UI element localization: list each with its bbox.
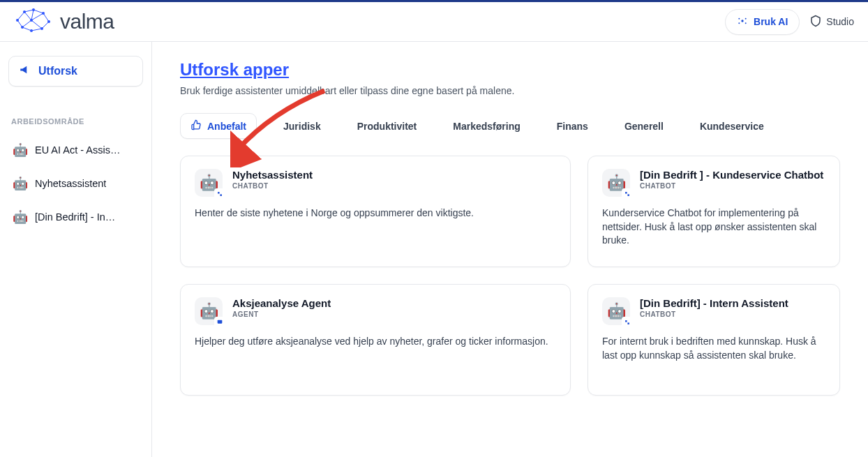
svg-rect-17 <box>627 194 629 196</box>
svg-rect-20 <box>627 322 629 324</box>
svg-point-4 <box>47 20 50 23</box>
share-badge-icon <box>622 317 633 328</box>
svg-point-7 <box>21 26 24 29</box>
app-card-tag: CHATBOT <box>640 310 788 318</box>
workspace-item-label: Nyhetsassistent <box>35 178 106 189</box>
robot-icon: 🤖 <box>602 169 630 197</box>
svg-point-11 <box>745 17 747 19</box>
category-tabs: Anbefalt Juridisk Produktivitet Markedsf… <box>180 113 840 139</box>
workspace-item-label: [Din Bedrift] - In… <box>35 211 115 223</box>
app-card[interactable]: 🤖 Aksjeanalyse Agent AGENT Hjelper deg u… <box>180 284 571 396</box>
workspace-item-label: EU AI Act - Assis… <box>35 144 120 156</box>
explore-label: Utforsk <box>38 65 77 77</box>
svg-rect-15 <box>220 194 222 196</box>
tab-kundeservice[interactable]: Kundeservice <box>690 115 774 137</box>
robot-icon: 🤖 <box>13 211 28 223</box>
svg-rect-18 <box>218 320 223 324</box>
svg-point-8 <box>30 19 33 22</box>
app-card-tag: CHATBOT <box>232 182 313 190</box>
share-badge-icon <box>622 188 633 200</box>
sparkle-icon <box>737 15 748 29</box>
svg-point-5 <box>40 27 43 30</box>
svg-rect-19 <box>625 320 627 322</box>
app-card-tag: AGENT <box>232 310 331 318</box>
logo[interactable]: valma <box>14 6 114 37</box>
svg-point-13 <box>745 22 747 24</box>
tab-finans[interactable]: Finans <box>547 115 598 137</box>
robot-icon: 🤖 <box>13 144 28 156</box>
tab-label: Markedsføring <box>453 121 520 132</box>
main-content: Utforsk apper Bruk ferdige assistenter u… <box>152 42 868 457</box>
tab-anbefalt[interactable]: Anbefalt <box>180 113 257 139</box>
page-subtitle: Bruk ferdige assistenter umiddelbart ell… <box>180 85 840 96</box>
svg-point-2 <box>32 8 35 11</box>
svg-point-9 <box>741 20 743 22</box>
thumbs-up-icon <box>190 119 202 133</box>
app-card-title: [Din Bedrift] - Intern Assistent <box>640 297 788 309</box>
brand-name: valma <box>60 10 114 33</box>
app-card[interactable]: 🤖 [Din Bedrift] - Intern Assistent CHATB… <box>588 284 840 396</box>
robot-icon: 🤖 <box>195 297 223 325</box>
megaphone-icon <box>19 63 31 79</box>
tab-label: Kundeservice <box>700 121 764 132</box>
svg-point-10 <box>738 17 740 19</box>
svg-point-12 <box>738 22 740 24</box>
app-card-title: [Din Bedrift ] - Kundeservice Chatbot <box>640 169 823 181</box>
top-bar: valma Bruk AI Studio <box>0 0 868 42</box>
explore-button[interactable]: Utforsk <box>8 56 143 87</box>
app-card-title: Aksjeanalyse Agent <box>232 297 331 309</box>
app-card[interactable]: 🤖 Nyhetsassistent CHATBOT Henter de sist… <box>180 156 571 267</box>
studio-link[interactable]: Studio <box>809 15 854 29</box>
tab-markedsforing[interactable]: Markedsføring <box>443 115 530 137</box>
tab-label: Anbefalt <box>207 121 246 132</box>
tab-juridisk[interactable]: Juridisk <box>274 115 331 137</box>
app-card-description: For internt bruk i bedriften med kunnska… <box>602 335 825 362</box>
app-card-description: Hjelper deg utføre aksjeanalyse ved hjel… <box>195 335 556 349</box>
workspace-section-label: ARBEIDSOMRÅDE <box>8 96 143 128</box>
svg-rect-14 <box>218 192 220 194</box>
tab-produktivitet[interactable]: Produktivitet <box>347 115 427 137</box>
top-actions: Bruk AI Studio <box>725 9 854 35</box>
svg-point-1 <box>23 10 26 13</box>
robot-icon: 🤖 <box>195 169 223 197</box>
robot-icon: 🤖 <box>602 297 630 325</box>
page-title: Utforsk apper <box>180 60 840 80</box>
workspace-item[interactable]: 🤖 EU AI Act - Assis… <box>8 138 143 162</box>
svg-rect-16 <box>625 192 627 194</box>
bruk-ai-label: Bruk AI <box>754 16 788 27</box>
app-card-tag: CHATBOT <box>640 182 823 190</box>
app-card-description: Henter de siste nyhetene i Norge og opps… <box>195 207 556 220</box>
bruk-ai-button[interactable]: Bruk AI <box>725 9 800 35</box>
sidebar: Utforsk ARBEIDSOMRÅDE 🤖 EU AI Act - Assi… <box>0 42 152 457</box>
svg-point-0 <box>16 19 19 22</box>
tab-label: Finans <box>557 121 588 132</box>
tab-label: Produktivitet <box>357 121 417 132</box>
tab-generell[interactable]: Generell <box>615 115 673 137</box>
studio-icon <box>809 15 822 29</box>
svg-point-6 <box>30 29 33 32</box>
app-card[interactable]: 🤖 [Din Bedrift ] - Kundeservice Chatbot … <box>588 156 840 267</box>
tab-label: Juridisk <box>283 121 321 132</box>
svg-point-3 <box>42 12 45 15</box>
share-badge-icon <box>214 188 225 200</box>
tab-label: Generell <box>624 121 664 132</box>
studio-label: Studio <box>826 16 854 27</box>
agent-badge-icon <box>214 317 225 328</box>
app-card-title: Nyhetsassistent <box>232 169 313 181</box>
app-card-description: Kunderservice Chatbot for implementering… <box>602 207 825 248</box>
app-card-grid: 🤖 Nyhetsassistent CHATBOT Henter de sist… <box>180 156 840 396</box>
workspace-item[interactable]: 🤖 [Din Bedrift] - In… <box>8 205 143 229</box>
robot-icon: 🤖 <box>13 177 28 190</box>
workspace-item[interactable]: 🤖 Nyhetsassistent <box>8 172 143 195</box>
brain-network-icon <box>14 6 53 37</box>
